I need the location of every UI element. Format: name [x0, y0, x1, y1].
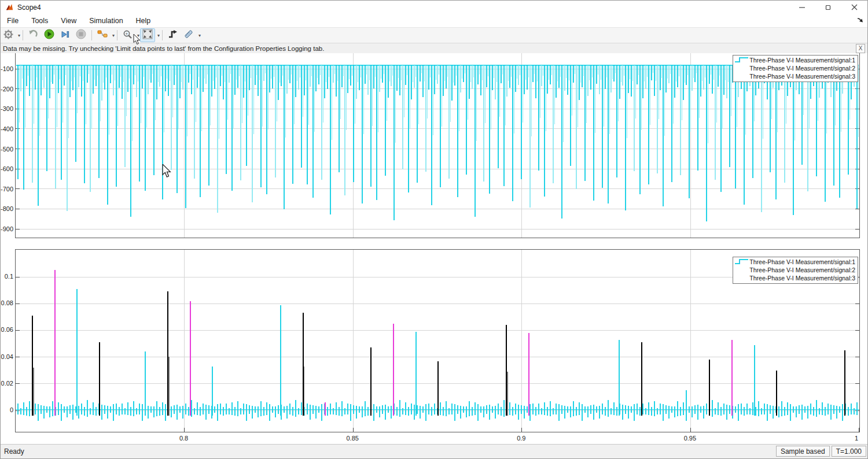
zoom-button[interactable]: + [120, 28, 135, 42]
y-tick-label: 0.1 [1, 273, 13, 280]
status-text: Ready [4, 447, 24, 456]
window-title: Scope4 [17, 3, 41, 12]
toolbar-separator [23, 30, 23, 40]
menu-file[interactable]: File [1, 17, 25, 25]
legend-entry: Three-Phase V-I Measurement/signal:3 [734, 72, 855, 80]
configuration-properties-dropdown-arrow[interactable]: ▾ [18, 33, 20, 38]
configuration-properties-button[interactable] [1, 28, 16, 42]
measurements-icon [183, 29, 194, 42]
maximize-button[interactable] [815, 1, 841, 14]
legend-entry: Three-Phase V-I Measurement/signal:2 [734, 266, 855, 274]
legend-entry: Three-Phase V-I Measurement/signal:3 [734, 274, 855, 282]
menu-tools[interactable]: Tools [25, 17, 54, 25]
legend-entry: Three-Phase V-I Measurement/signal:1 [734, 258, 855, 266]
run-icon [44, 29, 54, 42]
y-tick-label: 0.02 [1, 380, 13, 387]
status-sim-time: T=1.000 [832, 446, 866, 457]
y-tick-label: -400 [1, 125, 13, 132]
y-tick-label: -700 [1, 186, 13, 193]
gear-icon [3, 29, 13, 42]
notification-text: Data may be missing. Try unchecking 'Lim… [3, 45, 324, 52]
fit-to-view-button[interactable] [140, 28, 155, 42]
legend-entry-label: Three-Phase V-I Measurement/signal:3 [749, 275, 855, 282]
y-tick-label: -800 [1, 205, 13, 212]
measurements-dropdown-arrow[interactable]: ▾ [198, 33, 201, 38]
close-button[interactable] [841, 1, 867, 14]
trigger-icon [168, 29, 178, 42]
expand-arrows-icon [142, 29, 153, 42]
y-tick-label: 0.06 [1, 326, 13, 333]
y-tick-label: -600 [1, 165, 13, 172]
legend-entry: Three-Phase V-I Measurement/signal:1 [734, 56, 855, 64]
legend-step-line-icon [733, 55, 749, 64]
signal-selector-icon [97, 29, 108, 41]
legend-entry-label: Three-Phase V-I Measurement/signal:1 [749, 258, 855, 265]
legend-entry-label: Three-Phase V-I Measurement/signal:1 [749, 57, 855, 64]
step-forward-icon [60, 29, 70, 42]
signal-selector-button[interactable] [95, 28, 110, 42]
y-tick-label: -300 [1, 105, 13, 112]
legend-entry-label: Three-Phase V-I Measurement/signal:2 [749, 266, 855, 273]
plot1-axes[interactable]: Three-Phase V-I Measurement/signal:1Thre… [15, 53, 860, 238]
y-tick-label: -100 [1, 65, 13, 72]
measurements-button[interactable] [181, 28, 196, 42]
trigger-button[interactable] [165, 28, 180, 42]
svg-text:+: + [126, 31, 128, 36]
toolbar: ▾▾+▾▾▾ [1, 28, 867, 43]
status-sample-mode: Sample based [776, 446, 830, 457]
dock-arrow-icon[interactable] [856, 16, 864, 24]
y-tick-label: -500 [1, 146, 13, 153]
scope-window: Scope4 File Tools View Simulation Help ▾… [0, 0, 868, 459]
x-tick-label: 0.85 [341, 435, 364, 442]
plot2-axes[interactable]: Three-Phase V-I Measurement/signal:1Thre… [15, 249, 860, 432]
y-tick-label: 0.04 [1, 353, 13, 360]
legend-entry-label: Three-Phase V-I Measurement/signal:2 [749, 65, 855, 72]
x-tick-label: 0.95 [678, 435, 701, 442]
zoom-dropdown-arrow[interactable]: ▾ [137, 33, 139, 38]
title-bar: Scope4 [1, 1, 867, 14]
legend-entry-label: Three-Phase V-I Measurement/signal:3 [749, 73, 855, 80]
stop-icon [76, 29, 86, 42]
fit-to-view-dropdown-arrow[interactable]: ▾ [157, 33, 160, 38]
y-tick-label: 0 [1, 406, 13, 413]
stop-button[interactable] [73, 28, 89, 42]
menu-view[interactable]: View [54, 17, 83, 25]
toolbar-separator [117, 30, 117, 40]
notification-bar: Data may be missing. Try unchecking 'Lim… [1, 43, 867, 54]
y-tick-label: -200 [1, 86, 13, 92]
menu-help[interactable]: Help [130, 17, 157, 25]
toolbar-separator [162, 30, 163, 40]
app-icon [5, 3, 14, 12]
menu-bar: File Tools View Simulation Help [1, 14, 867, 28]
plot1-legend[interactable]: Three-Phase V-I Measurement/signal:1Thre… [733, 55, 858, 82]
y-tick-label: -900 [1, 225, 13, 232]
plot2-legend[interactable]: Three-Phase V-I Measurement/signal:1Thre… [733, 257, 858, 284]
status-bar: Ready Sample based T=1.000 [1, 444, 867, 458]
step-forward-button[interactable] [58, 28, 72, 42]
signal-selector-dropdown-arrow[interactable]: ▾ [112, 33, 115, 38]
x-tick-label: 0.9 [510, 435, 533, 442]
legend-step-line-icon [733, 257, 749, 265]
minimize-button[interactable] [789, 1, 815, 14]
highlight-block-button[interactable] [26, 28, 41, 42]
x-tick-label: 1 [845, 435, 868, 442]
legend-entry: Three-Phase V-I Measurement/signal:2 [734, 64, 855, 72]
x-tick-label: 0.8 [172, 435, 196, 442]
notification-close-button[interactable]: X [856, 44, 865, 53]
plot-region: -100-200-300-400-500-600-700-800-900 00.… [1, 53, 868, 446]
magnifier-icon: + [123, 29, 133, 42]
y-tick-label: 0.08 [1, 299, 13, 306]
toolbar-separator [91, 30, 92, 40]
run-button[interactable] [42, 28, 57, 42]
menu-simulation[interactable]: Simulation [83, 17, 129, 25]
step-back-icon [28, 29, 38, 42]
